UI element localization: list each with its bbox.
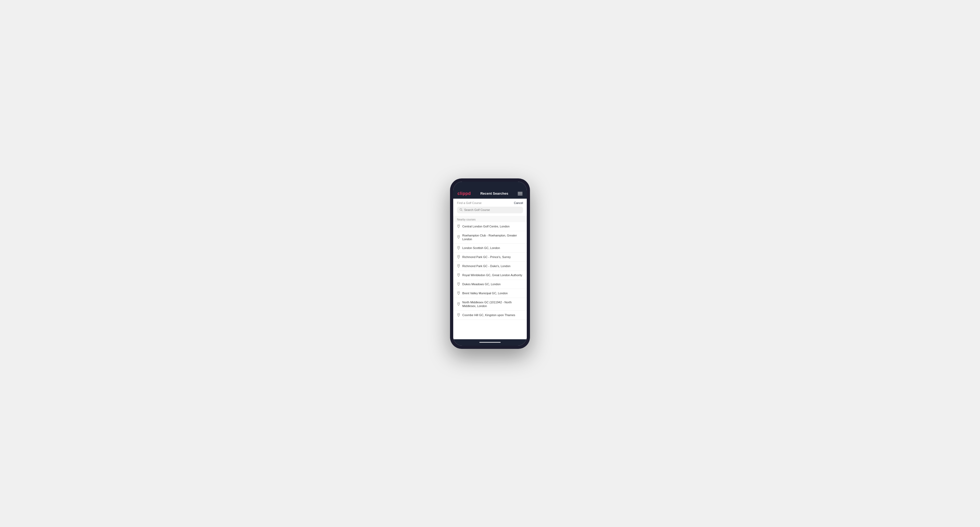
courses-container: Central London Golf Centre, London Roeha… xyxy=(453,222,527,320)
search-input-wrapper xyxy=(453,206,527,216)
list-item[interactable]: London Scottish GC, London xyxy=(453,244,527,253)
svg-line-1 xyxy=(462,210,463,211)
course-name: Brent Valley Municipal GC, London xyxy=(462,291,508,295)
svg-point-2 xyxy=(458,225,459,226)
search-header: Find a Golf Course Cancel xyxy=(453,198,527,206)
svg-point-4 xyxy=(458,247,459,248)
phone-notch xyxy=(453,182,527,189)
course-name: Dukes Meadows GC, London xyxy=(462,282,501,286)
search-input[interactable] xyxy=(464,208,520,211)
svg-point-8 xyxy=(458,283,459,284)
location-pin-icon xyxy=(457,291,460,295)
course-name: North Middlesex GC (1011942 - North Midd… xyxy=(462,300,523,308)
header-title: Recent Searches xyxy=(480,192,508,195)
home-bar xyxy=(479,342,501,343)
location-pin-icon xyxy=(457,313,460,317)
location-pin-icon xyxy=(457,302,460,306)
list-item[interactable]: Coombe Hill GC, Kingston upon Thames xyxy=(453,311,527,320)
courses-list: Nearby courses Central London Golf Centr… xyxy=(453,216,527,339)
location-pin-icon xyxy=(457,224,460,229)
find-label: Find a Golf Course xyxy=(457,201,482,205)
app-header: clippd Recent Searches xyxy=(453,189,527,198)
list-item[interactable]: Richmond Park GC - Prince's, Surrey xyxy=(453,253,527,262)
svg-point-5 xyxy=(458,256,459,257)
svg-point-0 xyxy=(460,208,462,210)
home-indicator xyxy=(453,339,527,346)
location-pin-icon xyxy=(457,246,460,250)
course-name: Roehampton Club - Roehampton, Greater Lo… xyxy=(462,233,523,241)
list-item[interactable]: Central London Golf Centre, London xyxy=(453,222,527,231)
list-item[interactable]: Richmond Park GC - Duke's, London xyxy=(453,262,527,271)
svg-point-3 xyxy=(458,236,459,237)
location-pin-icon xyxy=(457,235,460,239)
svg-point-10 xyxy=(458,303,459,303)
nearby-courses-label: Nearby courses xyxy=(453,216,527,222)
location-pin-icon xyxy=(457,264,460,268)
list-item[interactable]: Dukes Meadows GC, London xyxy=(453,280,527,289)
search-area: Find a Golf Course Cancel Nearby xyxy=(453,198,527,339)
list-item[interactable]: North Middlesex GC (1011942 - North Midd… xyxy=(453,298,527,311)
search-icon xyxy=(460,208,463,212)
svg-point-7 xyxy=(458,274,459,275)
course-name: Richmond Park GC - Prince's, Surrey xyxy=(462,255,511,259)
course-name: Royal Wimbledon GC, Great London Authori… xyxy=(462,273,522,277)
search-input-box[interactable] xyxy=(457,206,523,213)
app-logo: clippd xyxy=(458,191,471,196)
svg-point-9 xyxy=(458,292,459,293)
course-name: London Scottish GC, London xyxy=(462,246,500,250)
svg-point-6 xyxy=(458,265,459,266)
list-item[interactable]: Roehampton Club - Roehampton, Greater Lo… xyxy=(453,231,527,244)
course-name: Central London Golf Centre, London xyxy=(462,224,509,228)
course-name: Richmond Park GC - Duke's, London xyxy=(462,264,511,268)
location-pin-icon xyxy=(457,273,460,277)
list-item[interactable]: Royal Wimbledon GC, Great London Authori… xyxy=(453,271,527,280)
cancel-button[interactable]: Cancel xyxy=(514,201,523,205)
course-name: Coombe Hill GC, Kingston upon Thames xyxy=(462,313,515,317)
list-item[interactable]: Brent Valley Municipal GC, London xyxy=(453,289,527,298)
location-pin-icon xyxy=(457,255,460,259)
hamburger-menu-icon[interactable] xyxy=(518,192,522,195)
svg-point-11 xyxy=(458,314,459,314)
location-pin-icon xyxy=(457,282,460,286)
phone-screen: clippd Recent Searches Find a Golf Cours… xyxy=(453,182,527,346)
phone-device: clippd Recent Searches Find a Golf Cours… xyxy=(450,178,530,349)
